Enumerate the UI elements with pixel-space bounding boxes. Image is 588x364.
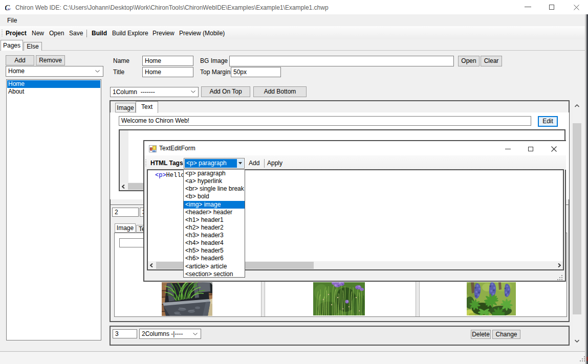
svg-text:w: w	[8, 6, 11, 11]
